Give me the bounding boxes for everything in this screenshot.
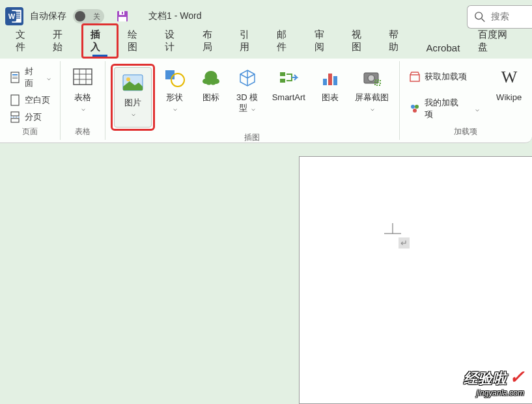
- icons-button[interactable]: 图标: [194, 64, 228, 105]
- svg-rect-10: [122, 12, 123, 14]
- screenshot-label: 屏幕截图: [355, 92, 389, 102]
- svg-rect-22: [74, 69, 92, 85]
- wikipedia-label: Wikipe: [496, 92, 522, 102]
- svg-rect-31: [280, 72, 285, 76]
- tab-layout[interactable]: 布局: [193, 23, 231, 59]
- icons-icon: [199, 66, 223, 90]
- watermark-url: jingyanla.com: [464, 388, 524, 397]
- shapes-button[interactable]: 形状⌵: [158, 64, 191, 115]
- document-title: 文档1 - Word: [148, 10, 201, 22]
- svg-point-30: [171, 74, 184, 87]
- chart-button[interactable]: 图表: [313, 64, 347, 105]
- tab-help[interactable]: 帮助: [380, 23, 417, 59]
- svg-rect-17: [12, 78, 18, 79]
- svg-point-43: [413, 109, 417, 113]
- 3dmodels-button[interactable]: 3D 模 型 ⌵: [231, 64, 264, 115]
- tab-home[interactable]: 开始: [44, 23, 81, 59]
- wikipedia-button[interactable]: W Wikipe: [491, 64, 527, 105]
- tab-draw[interactable]: 绘图: [119, 23, 156, 59]
- tab-acrobat[interactable]: Acrobat: [417, 37, 469, 59]
- shapes-icon: [163, 66, 186, 90]
- chart-icon: [318, 66, 342, 90]
- svg-point-28: [126, 77, 130, 81]
- get-addins-button[interactable]: 获取加载项: [405, 69, 483, 85]
- my-addins-label: 我的加载项: [425, 97, 466, 120]
- checkmark-icon: ✓: [509, 366, 524, 388]
- chevron-down-icon: ⌵: [47, 74, 51, 81]
- smartart-label: SmartArt: [272, 92, 305, 102]
- save-icon[interactable]: [116, 10, 129, 23]
- page-break-button[interactable]: 分页: [5, 109, 55, 125]
- screenshot-button[interactable]: + 屏幕截图⌵: [350, 64, 394, 115]
- tab-view[interactable]: 视图: [343, 23, 380, 59]
- cover-page-button[interactable]: 封面 ⌵: [5, 64, 55, 91]
- smartart-button[interactable]: SmartArt: [267, 64, 311, 105]
- svg-point-42: [415, 105, 419, 109]
- tab-references[interactable]: 引用: [231, 23, 268, 59]
- chevron-down-icon: ⌵: [81, 105, 85, 112]
- tab-review[interactable]: 审阅: [305, 23, 343, 59]
- svg-rect-11: [119, 17, 126, 21]
- autosave-label: 自动保存: [30, 10, 66, 22]
- tab-baidu[interactable]: 百度网盘: [469, 23, 525, 59]
- cover-page-icon: [9, 72, 21, 83]
- svg-point-37: [368, 75, 374, 81]
- table-button[interactable]: 表格⌵: [66, 64, 100, 115]
- table-label: 表格: [74, 92, 91, 102]
- paragraph-mark: ↵: [399, 237, 410, 249]
- svg-text:W: W: [501, 68, 517, 87]
- blank-page-label: 空白页: [25, 94, 50, 106]
- group-illustrations-label: 插图: [244, 132, 260, 143]
- group-pages: 封面 ⌵ 空白页 分页 页面: [0, 61, 61, 140]
- svg-rect-35: [333, 76, 337, 85]
- group-pages-label: 页面: [22, 126, 38, 137]
- toggle-state-label: 关: [93, 12, 100, 21]
- autosave-toggle[interactable]: 关: [73, 9, 104, 23]
- search-placeholder: 搜索: [491, 11, 509, 23]
- svg-rect-34: [328, 74, 332, 85]
- addins-icon: [409, 103, 421, 114]
- tab-insert[interactable]: 插入: [81, 23, 119, 59]
- tab-design[interactable]: 设计: [156, 23, 193, 59]
- svg-rect-19: [11, 112, 19, 116]
- watermark: 经验啦✓ jingyanla.com: [464, 366, 524, 397]
- svg-rect-15: [12, 74, 18, 75]
- icons-label: 图标: [203, 92, 219, 102]
- svg-text:+: +: [376, 79, 380, 86]
- svg-rect-40: [410, 75, 419, 81]
- blank-page-icon: [9, 94, 21, 106]
- smartart-icon: [277, 66, 300, 90]
- svg-rect-32: [280, 79, 285, 83]
- group-addins-label: 加载项: [454, 126, 477, 137]
- svg-point-41: [411, 105, 415, 109]
- ribbon-tabs: 文件 开始 插入 绘图 设计 布局 引用 邮件 审阅 视图 帮助 Acrobat…: [0, 33, 532, 59]
- chevron-down-icon: ⌵: [173, 105, 177, 112]
- my-addins-button[interactable]: 我的加载项 ⌵: [405, 95, 483, 122]
- pictures-icon: [121, 72, 145, 95]
- svg-line-13: [482, 19, 485, 22]
- group-tables-label: 表格: [75, 126, 91, 137]
- table-icon: [71, 66, 94, 90]
- svg-text:W: W: [8, 12, 16, 20]
- chevron-down-icon: ⌵: [132, 110, 135, 117]
- group-addins: 获取加载项 我的加载项 ⌵ W Wikipe 加载项: [400, 61, 532, 140]
- get-addins-label: 获取加载项: [425, 71, 467, 83]
- svg-rect-18: [11, 95, 19, 105]
- 3dmodels-icon: [236, 66, 259, 90]
- pictures-highlight: 图片⌵: [111, 64, 155, 131]
- chevron-down-icon: ⌵: [371, 105, 374, 112]
- svg-rect-20: [11, 118, 19, 122]
- chevron-down-icon: ⌵: [251, 105, 255, 112]
- chevron-down-icon: ⌵: [475, 105, 479, 113]
- tab-file[interactable]: 文件: [7, 23, 44, 59]
- cover-page-label: 封面: [25, 66, 42, 89]
- tab-mailings[interactable]: 邮件: [268, 23, 305, 59]
- blank-page-button[interactable]: 空白页: [5, 92, 55, 108]
- toggle-knob: [75, 11, 85, 21]
- store-icon: [409, 71, 421, 83]
- pictures-button[interactable]: 图片⌵: [114, 67, 152, 128]
- group-illustrations: 图片⌵ 形状⌵ 图标 3D 模 型 ⌵ SmartArt 图表: [105, 61, 400, 140]
- page-break-label: 分页: [25, 111, 42, 123]
- watermark-text: 经验啦: [464, 369, 507, 388]
- svg-point-12: [475, 12, 483, 20]
